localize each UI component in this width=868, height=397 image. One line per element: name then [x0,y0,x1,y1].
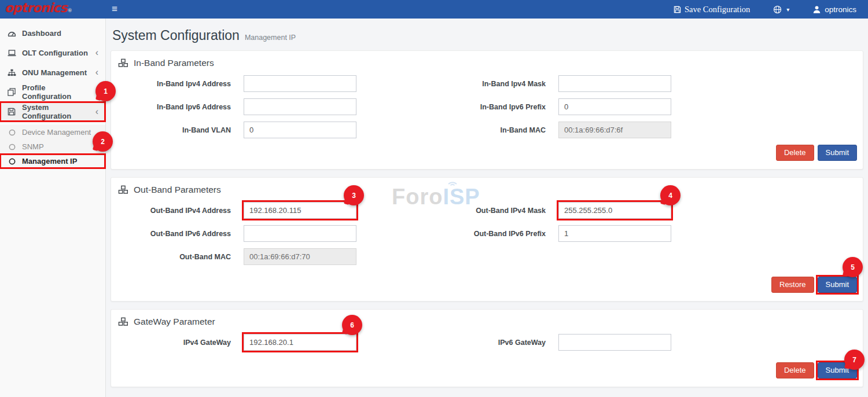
chevron-left-icon: ‹ [95,107,98,116]
outband-ipv6-address-input[interactable] [244,225,356,242]
inband-ipv6-address-input[interactable] [244,98,356,115]
panel-gateway-parameter: GateWay Parameter IPv4 GateWay IPv6 Gate… [111,309,863,387]
outband-restore-button[interactable]: Restore [771,277,814,293]
highlight-box-outband-submit: Submit [816,275,859,295]
gateway-ipv6-input[interactable] [558,334,671,351]
user-icon [812,5,821,14]
form-row: Out-Band IPv4 Address Out-Band IPv4 Mask [117,202,857,219]
system-configuration-submenu: Device Management SNMP Management IP [0,125,105,168]
save-icon [7,108,16,116]
form-row: In-Band Ipv4 Address In-Band Ipv4 Mask [117,75,857,92]
sidebar-item-profile-configuration[interactable]: Profile Configuration ‹ [0,82,105,102]
annotation-step-7: 7 [844,350,865,370]
outband-submit-button[interactable]: Submit [818,277,857,293]
outband-ipv4-address-input[interactable] [244,202,356,219]
inband-actions: Delete Submit [117,145,857,161]
outband-ipv4-mask-input[interactable] [558,202,671,219]
outband-actions: Restore Submit [117,277,857,293]
annotation-step-2: 2 [93,131,113,152]
sitemap-icon [7,69,16,76]
annotation-step-4: 4 [660,185,681,205]
outband-ipv6-prefix-label: Out-Band IPv6 Prefix [356,230,558,238]
inband-mac-input [558,122,671,138]
inband-ipv4-address-input[interactable] [244,75,356,92]
registered-mark: ® [68,8,72,13]
floppy-icon [674,6,681,13]
panel-gateway-title: GateWay Parameter [117,314,857,334]
app-logo: optronics® [0,0,106,20]
globe-icon [773,5,782,14]
sidebar-item-onu-management[interactable]: ONU Management ‹ [0,63,105,82]
gateway-actions: Delete Submit [117,362,857,378]
form-row: Out-Band MAC [117,248,857,265]
gateway-ipv4-input[interactable] [244,334,356,351]
highlight-box-outband-ipv4-address [242,200,358,220]
outband-ipv6-address-label: Out-Band IPv6 Address [117,230,244,238]
form-row: In-Band Ipv6 Address In-Band Ipv6 Prefix [117,98,857,115]
form-row: IPv4 GateWay IPv6 GateWay [117,334,857,351]
inband-submit-button[interactable]: Submit [818,145,857,161]
sidebar-subitem-management-ip[interactable]: Management IP [0,154,105,168]
highlight-box-outband-ipv4-mask [557,200,673,220]
inband-ipv6-prefix-input[interactable] [558,98,671,115]
language-dropdown[interactable]: ▾ [773,5,789,14]
page-header: System ConfigurationManagement IP [112,28,863,43]
outband-mac-label: Out-Band MAC [117,253,244,261]
inband-ipv4-mask-label: In-Band Ipv4 Mask [356,80,558,88]
circle-o-icon [8,129,17,136]
caret-down-icon: ▾ [786,6,789,13]
sidebar-subitem-snmp[interactable]: SNMP [0,139,105,154]
sidebar-item-system-configuration[interactable]: System Configuration ‹ [0,102,105,122]
form-row: Out-Band IPv6 Address Out-Band IPv6 Pref… [117,225,857,242]
laptop-icon [7,49,16,57]
inband-delete-button[interactable]: Delete [776,145,814,161]
inband-ipv6-address-label: In-Band Ipv6 Address [117,103,244,111]
navbar-right: Save Configuration ▾ optronics [674,5,868,14]
menu-toggle-icon[interactable]: ≡ [112,1,117,18]
inband-vlan-input[interactable] [244,122,356,138]
outband-ipv6-prefix-input[interactable] [558,225,671,242]
chevron-left-icon: ‹ [95,48,98,57]
dashboard-icon [7,30,16,37]
outband-mac-input [244,248,356,265]
sidebar: Dashboard OLT Configuration ‹ ONU Manage… [0,19,106,397]
gateway-ipv4-label: IPv4 GateWay [117,339,244,347]
annotation-step-3: 3 [344,185,364,205]
chevron-left-icon: ‹ [95,68,98,77]
user-menu[interactable]: optronics [812,5,856,14]
sidebar-item-olt-configuration[interactable]: OLT Configuration ‹ [0,43,105,63]
panel-outband-title: Out-Band Parameters [117,182,857,202]
page-title: System Configuration [112,28,240,43]
annotation-step-5: 5 [843,257,863,277]
main-content: System ConfigurationManagement IP In-Ban… [106,19,868,397]
top-navbar: optronics® ≡ Save Configuration ▾ optron… [0,0,868,19]
cubes-icon [118,58,128,68]
page-subtitle: Management IP [245,34,296,42]
outband-ipv4-mask-label: Out-Band IPv4 Mask [356,207,558,215]
inband-ipv6-prefix-label: In-Band Ipv6 Prefix [356,103,558,111]
inband-ipv4-address-label: In-Band Ipv4 Address [117,80,244,88]
inband-vlan-label: In-Band VLAN [117,126,244,134]
circle-o-icon [8,158,17,165]
sidebar-subitem-device-management[interactable]: Device Management [0,125,105,139]
cubes-icon [118,317,128,326]
form-row: In-Band VLAN In-Band MAC [117,122,857,138]
save-configuration-link[interactable]: Save Configuration [674,5,750,14]
circle-o-icon [8,144,17,150]
inband-mac-label: In-Band MAC [356,126,558,134]
annotation-step-6: 6 [342,315,362,335]
panel-inband-parameters: In-Band Parameters In-Band Ipv4 Address … [111,50,863,170]
highlight-box-gateway-ipv4 [242,332,358,352]
cubes-icon [118,185,128,194]
gateway-delete-button[interactable]: Delete [776,362,814,378]
copy-icon [7,88,16,96]
outband-ipv4-address-label: Out-Band IPv4 Address [117,207,244,215]
inband-ipv4-mask-input[interactable] [558,75,671,92]
gateway-ipv6-label: IPv6 GateWay [356,339,558,347]
annotation-step-1: 1 [95,81,116,101]
panel-outband-parameters: ForoISP Out-Band Parameters Out-Band IPv… [111,177,863,302]
sidebar-item-dashboard[interactable]: Dashboard [0,23,105,43]
panel-inband-title: In-Band Parameters [117,56,857,75]
